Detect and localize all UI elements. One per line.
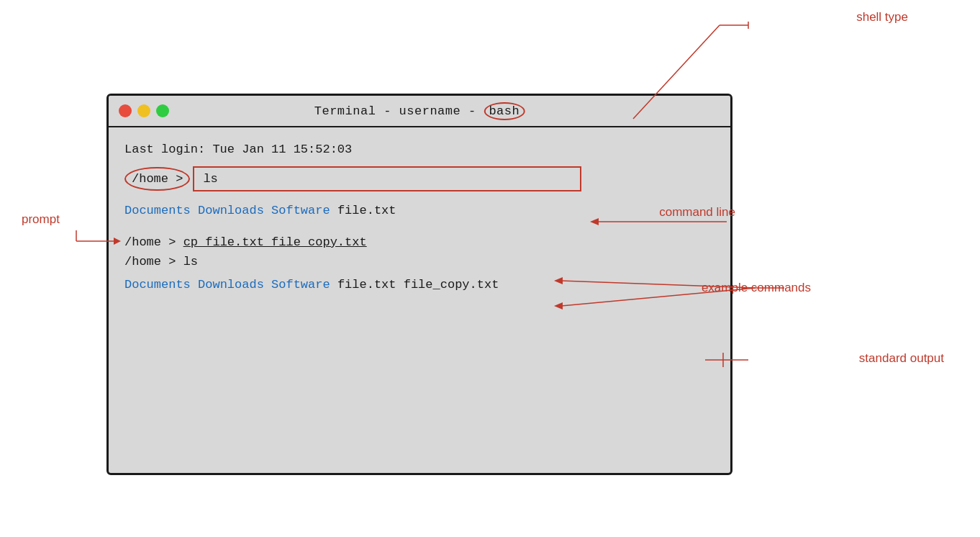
dir-documents-1: Documents bbox=[124, 204, 198, 217]
prompt-label: prompt bbox=[22, 212, 60, 226]
ls-output-2: Documents Downloads Software file.txt fi… bbox=[124, 276, 714, 294]
dir-software-1: Software bbox=[271, 204, 337, 217]
title-prefix: Terminal - username - bbox=[314, 104, 484, 118]
standard-output-label: standard output bbox=[859, 351, 944, 365]
second-ls-line: /home > ls bbox=[124, 253, 714, 271]
terminal-window: Terminal - username - bash Last login: T… bbox=[106, 94, 732, 475]
cp-prompt: /home > bbox=[124, 235, 183, 249]
window-title: Terminal - username - bash bbox=[314, 102, 525, 120]
ls2-command: ls bbox=[183, 255, 198, 268]
file-copy-txt: file_copy.txt bbox=[404, 278, 499, 292]
shell-type-label: shell type bbox=[856, 10, 908, 24]
annotation-prompt: prompt bbox=[22, 212, 60, 227]
command-input[interactable]: ls bbox=[193, 166, 581, 192]
traffic-lights bbox=[119, 104, 169, 117]
login-text: Last login: Tue Jan 11 15:52:03 bbox=[124, 143, 352, 156]
close-button[interactable] bbox=[119, 104, 132, 117]
dir-software-2: Software bbox=[271, 278, 337, 292]
cp-command: cp file.txt file_copy.txt bbox=[183, 235, 367, 249]
file-txt-2: file.txt bbox=[337, 278, 404, 292]
annotation-command-line: command line bbox=[659, 205, 735, 220]
annotation-shell-type: shell type bbox=[856, 10, 908, 24]
command-line-label: command line bbox=[659, 205, 735, 219]
prompt-circle: /home > bbox=[124, 167, 190, 191]
page: Terminal - username - bash Last login: T… bbox=[0, 0, 980, 537]
cp-command-line: /home > cp file.txt file_copy.txt bbox=[124, 233, 714, 252]
title-bar: Terminal - username - bash bbox=[109, 96, 730, 127]
file-txt-1: file.txt bbox=[337, 204, 396, 217]
dir-downloads-2: Downloads bbox=[198, 278, 271, 292]
minimize-button[interactable] bbox=[137, 104, 150, 117]
ls2-prompt: /home > bbox=[124, 255, 183, 268]
annotation-example-commands: example commands bbox=[702, 281, 811, 295]
bash-label: bash bbox=[484, 102, 525, 120]
example-commands-label: example commands bbox=[702, 281, 811, 294]
maximize-button[interactable] bbox=[156, 104, 169, 117]
dir-documents-2: Documents bbox=[124, 278, 198, 292]
ls-output-1: Documents Downloads Software file.txt bbox=[124, 202, 714, 220]
command1-text: ls bbox=[203, 172, 217, 186]
annotation-standard-output: standard output bbox=[859, 351, 944, 366]
first-command-line: /home > ls bbox=[124, 166, 714, 192]
login-line: Last login: Tue Jan 11 15:52:03 bbox=[124, 140, 714, 159]
terminal-body[interactable]: Last login: Tue Jan 11 15:52:03 /home > … bbox=[109, 127, 730, 307]
dir-downloads-1: Downloads bbox=[198, 204, 271, 217]
